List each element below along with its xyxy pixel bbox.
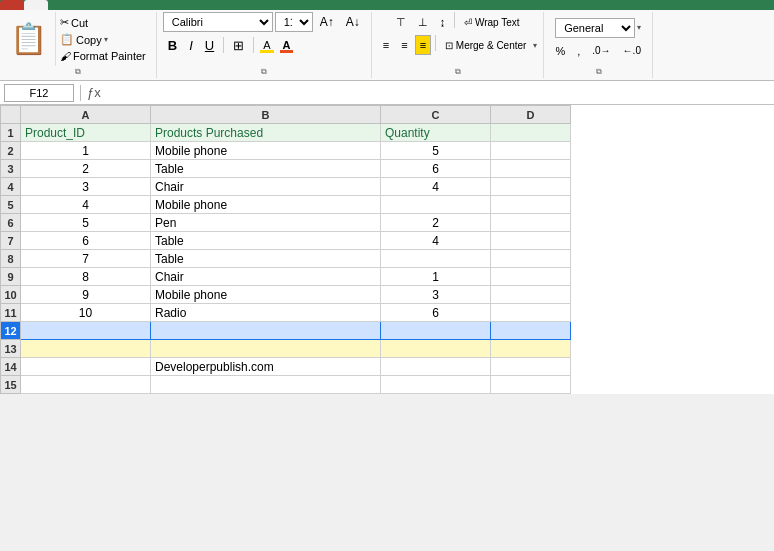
- cell-d9[interactable]: [491, 268, 571, 286]
- cell-d15[interactable]: [491, 376, 571, 394]
- cell-b3[interactable]: Table: [151, 160, 381, 178]
- cell-d2[interactable]: [491, 142, 571, 160]
- align-left-button[interactable]: ≡: [378, 35, 394, 55]
- cell-b14[interactable]: Developerpublish.com: [151, 358, 381, 376]
- tab-data[interactable]: [120, 0, 144, 10]
- cell-b13[interactable]: [151, 340, 381, 358]
- spreadsheet[interactable]: A B C D 1Product_IDProducts PurchasedQua…: [0, 105, 774, 394]
- cell-c4[interactable]: 4: [381, 178, 491, 196]
- tab-home[interactable]: [24, 0, 48, 10]
- underline-button[interactable]: U: [200, 35, 219, 55]
- tab-review[interactable]: [144, 0, 168, 10]
- cell-b11[interactable]: Radio: [151, 304, 381, 322]
- number-expand-icon[interactable]: ⧉: [596, 67, 602, 77]
- cell-a5[interactable]: 4: [21, 196, 151, 214]
- increase-decimal-button[interactable]: .0→: [587, 41, 615, 61]
- cell-a11[interactable]: 10: [21, 304, 151, 322]
- cell-a9[interactable]: 8: [21, 268, 151, 286]
- cell-a6[interactable]: 5: [21, 214, 151, 232]
- paste-button[interactable]: 📋: [6, 12, 56, 66]
- col-header-b[interactable]: B: [151, 106, 381, 124]
- cell-d12[interactable]: [491, 322, 571, 340]
- format-painter-button[interactable]: 🖌 Format Painter: [60, 50, 146, 62]
- align-right-button[interactable]: ≡: [415, 35, 431, 55]
- tab-formulas[interactable]: [96, 0, 120, 10]
- cell-b9[interactable]: Chair: [151, 268, 381, 286]
- cell-c7[interactable]: 4: [381, 232, 491, 250]
- cell-a4[interactable]: 3: [21, 178, 151, 196]
- align-top-button[interactable]: ⊤: [391, 12, 411, 32]
- align-middle-button[interactable]: ⊥: [413, 12, 433, 32]
- font-expand-icon[interactable]: ⧉: [261, 67, 267, 77]
- function-icon[interactable]: ƒx: [87, 85, 101, 100]
- cell-b2[interactable]: Mobile phone: [151, 142, 381, 160]
- tab-developer[interactable]: [192, 0, 216, 10]
- cell-a3[interactable]: 2: [21, 160, 151, 178]
- merge-dropdown-icon[interactable]: ▾: [533, 41, 537, 50]
- cell-d10[interactable]: [491, 286, 571, 304]
- cell-c6[interactable]: 2: [381, 214, 491, 232]
- font-grow-button[interactable]: A↑: [315, 12, 339, 32]
- tab-view[interactable]: [168, 0, 192, 10]
- alignment-expand-icon[interactable]: ⧉: [455, 67, 461, 77]
- cell-b6[interactable]: Pen: [151, 214, 381, 232]
- bold-button[interactable]: B: [163, 35, 182, 55]
- cell-b4[interactable]: Chair: [151, 178, 381, 196]
- cell-d6[interactable]: [491, 214, 571, 232]
- copy-button[interactable]: 📋 Copy ▾: [60, 33, 146, 46]
- fill-color-button[interactable]: A: [258, 35, 275, 55]
- cell-a1[interactable]: Product_ID: [21, 124, 151, 142]
- cell-c9[interactable]: 1: [381, 268, 491, 286]
- decrease-decimal-button[interactable]: ←.0: [618, 41, 646, 61]
- copy-dropdown-icon[interactable]: ▾: [104, 35, 108, 44]
- formula-input[interactable]: [105, 84, 770, 102]
- border-button[interactable]: ⊞: [228, 35, 249, 55]
- cell-d5[interactable]: [491, 196, 571, 214]
- cell-b5[interactable]: Mobile phone: [151, 196, 381, 214]
- cell-a13[interactable]: [21, 340, 151, 358]
- cell-d4[interactable]: [491, 178, 571, 196]
- cell-c2[interactable]: 5: [381, 142, 491, 160]
- clipboard-expand-icon[interactable]: ⧉: [75, 67, 81, 77]
- cell-a10[interactable]: 9: [21, 286, 151, 304]
- col-header-d[interactable]: D: [491, 106, 571, 124]
- cell-d11[interactable]: [491, 304, 571, 322]
- cell-a15[interactable]: [21, 376, 151, 394]
- cell-d13[interactable]: [491, 340, 571, 358]
- cell-b12[interactable]: [151, 322, 381, 340]
- cell-c12[interactable]: [381, 322, 491, 340]
- cell-d7[interactable]: [491, 232, 571, 250]
- cell-c15[interactable]: [381, 376, 491, 394]
- cell-b7[interactable]: Table: [151, 232, 381, 250]
- col-header-c[interactable]: C: [381, 106, 491, 124]
- cell-b1[interactable]: Products Purchased: [151, 124, 381, 142]
- number-dropdown-icon[interactable]: ▾: [637, 23, 641, 32]
- cell-b8[interactable]: Table: [151, 250, 381, 268]
- italic-button[interactable]: I: [184, 35, 198, 55]
- font-shrink-button[interactable]: A↓: [341, 12, 365, 32]
- font-name-select[interactable]: Calibri: [163, 12, 273, 32]
- col-header-a[interactable]: A: [21, 106, 151, 124]
- number-format-select[interactable]: General: [555, 18, 635, 38]
- tab-page-layout[interactable]: [72, 0, 96, 10]
- cell-a2[interactable]: 1: [21, 142, 151, 160]
- cell-c1[interactable]: Quantity: [381, 124, 491, 142]
- comma-button[interactable]: ,: [572, 41, 585, 61]
- percent-button[interactable]: %: [550, 41, 570, 61]
- cell-c5[interactable]: [381, 196, 491, 214]
- cell-c11[interactable]: 6: [381, 304, 491, 322]
- cell-c8[interactable]: [381, 250, 491, 268]
- cell-d1[interactable]: [491, 124, 571, 142]
- cut-button[interactable]: ✂ Cut: [60, 16, 146, 29]
- font-size-select[interactable]: 11: [275, 12, 313, 32]
- cell-d8[interactable]: [491, 250, 571, 268]
- cell-a12[interactable]: [21, 322, 151, 340]
- cell-c14[interactable]: [381, 358, 491, 376]
- cell-d3[interactable]: [491, 160, 571, 178]
- cell-a7[interactable]: 6: [21, 232, 151, 250]
- wrap-text-button[interactable]: ⏎ Wrap Text: [459, 12, 524, 32]
- cell-b10[interactable]: Mobile phone: [151, 286, 381, 304]
- cell-d14[interactable]: [491, 358, 571, 376]
- merge-center-button[interactable]: ⊡ Merge & Center: [440, 35, 531, 55]
- align-center-button[interactable]: ≡: [396, 35, 412, 55]
